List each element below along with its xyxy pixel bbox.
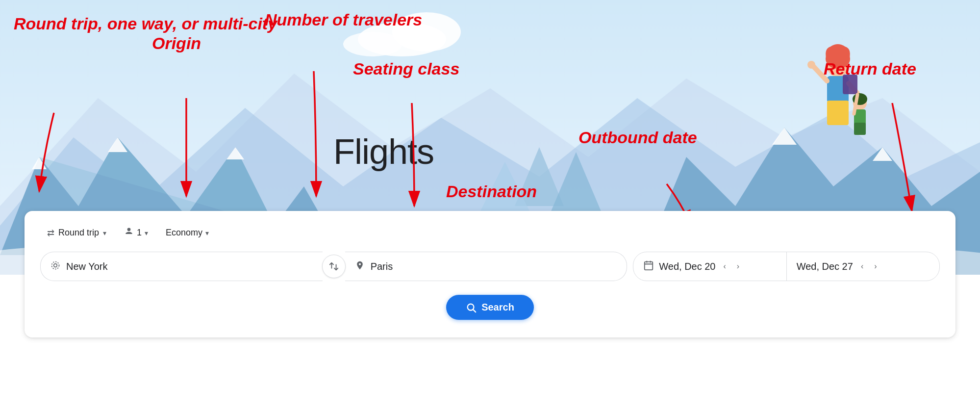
search-icon: [466, 302, 477, 313]
destination-field-container: [345, 252, 628, 281]
outbound-prev-button[interactable]: ‹: [721, 260, 729, 273]
next-icon: ›: [737, 262, 739, 271]
return-date-field[interactable]: Wed, Dec 27 ‹ ›: [787, 252, 939, 281]
destination-icon: [355, 260, 365, 273]
origin-icon: [50, 260, 60, 273]
trip-type-chevron: ▾: [103, 229, 106, 237]
travelers-count: 1: [137, 228, 142, 238]
svg-point-47: [54, 263, 57, 267]
outbound-annotation: Outbound date: [578, 128, 697, 148]
seating-class-button[interactable]: Economy ▾: [159, 224, 216, 242]
svg-point-3: [343, 32, 402, 56]
travelers-annotation: Number of travelers: [265, 10, 422, 30]
date-section: Wed, Dec 20 ‹ › Wed, Dec 27 ‹ ›: [633, 252, 940, 281]
search-fields-row: Wed, Dec 20 ‹ › Wed, Dec 27 ‹ ›: [40, 252, 940, 281]
seating-annotation: Seating class: [353, 59, 459, 79]
traveler-svg: [784, 39, 882, 147]
svg-point-48: [52, 261, 59, 269]
return-prev-button[interactable]: ‹: [858, 260, 866, 273]
svg-rect-49: [645, 261, 653, 270]
traveler-illustration: [784, 39, 882, 147]
search-button[interactable]: Search: [446, 295, 534, 320]
svg-rect-37: [854, 123, 866, 135]
return-annotation: Return date: [824, 59, 916, 79]
origin-input[interactable]: [66, 261, 313, 272]
travelers-button[interactable]: 1 ▾: [117, 223, 155, 243]
round-trip-icon: ⇄: [47, 228, 54, 238]
outbound-next-button[interactable]: ›: [734, 260, 742, 273]
trip-type-label: Round trip: [58, 228, 99, 238]
svg-line-54: [473, 310, 476, 312]
origin-annotation: Origin: [152, 33, 201, 53]
search-button-label: Search: [481, 302, 514, 313]
return-next-button[interactable]: ›: [871, 260, 879, 273]
search-options-row: ⇄ Round trip ▾ 1 ▾ Economy ▾: [40, 223, 940, 243]
destination-input[interactable]: [371, 261, 617, 272]
outbound-date-text: Wed, Dec 20: [659, 261, 715, 272]
trip-type-button[interactable]: ⇄ Round trip ▾: [40, 224, 113, 242]
next-icon-2: ›: [874, 262, 877, 271]
svg-point-31: [807, 61, 815, 69]
return-date-text: Wed, Dec 27: [797, 261, 853, 272]
prev-icon: ‹: [724, 262, 726, 271]
calendar-icon: [643, 260, 654, 273]
outbound-date-field[interactable]: Wed, Dec 20 ‹ ›: [633, 252, 786, 281]
search-button-container: Search: [40, 295, 940, 320]
traveler-icon: [124, 227, 134, 239]
svg-point-46: [127, 228, 131, 232]
swap-button[interactable]: [322, 255, 346, 278]
class-chevron: ▾: [205, 229, 209, 237]
origin-field-container: [40, 252, 323, 281]
prev-icon-2: ‹: [861, 262, 863, 271]
seating-class-label: Economy: [166, 228, 202, 238]
page-title: Flights: [333, 131, 434, 172]
svg-rect-29: [827, 101, 849, 125]
search-card: ⇄ Round trip ▾ 1 ▾ Economy ▾: [25, 211, 955, 338]
travelers-chevron: ▾: [145, 229, 148, 237]
round-trip-annotation: Round trip, one way, or multi-city: [14, 14, 277, 34]
destination-annotation: Destination: [446, 182, 537, 202]
